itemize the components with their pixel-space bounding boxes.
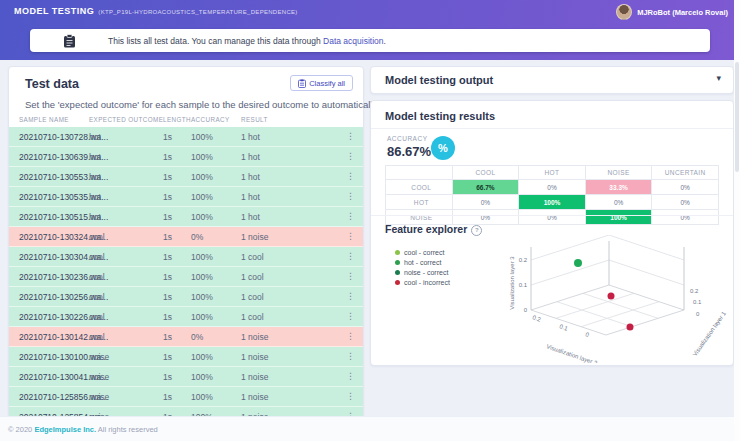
row-menu-icon[interactable]: ⋮ — [346, 371, 355, 381]
classify-all-button[interactable]: Classify all — [290, 75, 353, 91]
matrix-cell: 0% — [452, 195, 519, 210]
row-menu-icon[interactable]: ⋮ — [346, 171, 355, 181]
scatter-point[interactable] — [627, 324, 634, 331]
divider — [371, 128, 733, 129]
legend-label: noise - correct — [404, 269, 448, 276]
table-header-row: SAMPLE NAMEEXPECTED OUTCOMELENGTHACCURAC… — [9, 113, 363, 127]
cell-expected-outcome: cool — [89, 312, 105, 322]
matrix-body: COOL66.7%0%33.3%0%HOT0%100%0%0%NOISE0%0%… — [386, 180, 719, 225]
z-tick: 0.2 — [519, 257, 528, 263]
cell-length: 1s — [163, 392, 172, 402]
legend-dot-icon — [395, 280, 400, 285]
matrix-cell: 0% — [652, 195, 719, 210]
legend-dot-icon — [395, 250, 400, 255]
row-menu-icon[interactable]: ⋮ — [346, 351, 355, 361]
scrollbar-thumb[interactable] — [735, 62, 739, 172]
classify-all-label: Classify all — [309, 79, 345, 88]
table-row[interactable]: 20210710-130304.wa...cool1s100%1 cool⋮ — [9, 247, 363, 267]
cell-accuracy: 100% — [191, 252, 213, 262]
legend-item[interactable]: hot - correct — [395, 257, 450, 267]
matrix-cell: 66.7% — [452, 180, 519, 195]
table-row[interactable]: 20210710-130553.wa...hot1s100%1 hot⋮ — [9, 167, 363, 187]
plot-axes — [531, 241, 684, 335]
row-menu-icon[interactable]: ⋮ — [346, 291, 355, 301]
row-menu-icon[interactable]: ⋮ — [346, 211, 355, 221]
percent-badge-icon: % — [431, 136, 455, 160]
row-menu-icon[interactable]: ⋮ — [346, 331, 355, 341]
company-link[interactable]: EdgeImpulse Inc. — [34, 425, 96, 434]
cell-result: 1 cool — [241, 312, 264, 322]
row-menu-icon[interactable]: ⋮ — [346, 311, 355, 321]
cell-length: 1s — [163, 312, 172, 322]
column-header: RESULT — [241, 116, 268, 123]
scatter-point[interactable] — [608, 293, 615, 300]
table-row[interactable]: 20210710-130639.wa...hot1s100%1 hot⋮ — [9, 147, 363, 167]
row-menu-icon[interactable]: ⋮ — [346, 131, 355, 141]
table-row[interactable]: 20210710-130041.wa...noise1s100%1 noise⋮ — [9, 367, 363, 387]
user-menu[interactable]: MJRoBot (Marcelo Rovai) — [616, 4, 728, 20]
scatter-point[interactable] — [574, 259, 582, 267]
legend-item[interactable]: noise - correct — [395, 267, 450, 277]
results-title: Model testing results — [385, 110, 495, 122]
banner-suffix: . — [384, 36, 386, 46]
feature-explorer-title: Feature explorer? — [385, 223, 482, 236]
matrix-cell: 100% — [519, 195, 586, 210]
row-menu-icon[interactable]: ⋮ — [346, 251, 355, 261]
info-banner: This lists all test data. You can manage… — [30, 29, 710, 52]
cell-accuracy: 100% — [191, 312, 213, 322]
table-row[interactable]: 20210710-130515.wa...hot1s100%1 hot⋮ — [9, 207, 363, 227]
cell-accuracy: 100% — [191, 272, 213, 282]
model-testing-output-card[interactable]: Model testing output ▾ — [370, 66, 734, 94]
cell-result: 1 noise — [241, 352, 268, 362]
table-row[interactable]: 20210710-130324.wa...cool1s0%1 noise⋮ — [9, 227, 363, 247]
matrix-cell: 0% — [652, 210, 719, 225]
x-tick: 0 — [585, 331, 591, 338]
legend-label: hot - correct — [404, 259, 441, 266]
matrix-header-row: COOLHOTNOISEUNCERTAIN — [386, 166, 719, 180]
row-menu-icon[interactable]: ⋮ — [346, 151, 355, 161]
cell-accuracy: 0% — [191, 232, 203, 242]
feature-explorer-plot[interactable]: 0.2 0.1 0 Visualization layer 3 0.2 0.1 … — [501, 235, 731, 363]
table-row[interactable]: 20210710-130236.wa...cool1s100%1 cool⋮ — [9, 267, 363, 287]
x-tick: 0.2 — [532, 314, 542, 323]
page-title-label: MODEL TESTING — [14, 6, 94, 16]
matrix-row: COOL66.7%0%33.3%0% — [386, 180, 719, 195]
row-menu-icon[interactable]: ⋮ — [346, 271, 355, 281]
cell-result: 1 noise — [241, 232, 268, 242]
column-header: EXPECTED OUTCOME — [89, 116, 163, 123]
table-row[interactable]: 20210710-130226.wa...cool1s100%1 cool⋮ — [9, 307, 363, 327]
table-row[interactable]: 20210710-130535.wa...hot1s100%1 hot⋮ — [9, 187, 363, 207]
test-data-title: Test data — [25, 77, 79, 91]
cell-result: 1 hot — [241, 212, 260, 222]
matrix-cell: 0% — [585, 195, 652, 210]
data-acquisition-link[interactable]: Data acquisition — [323, 36, 383, 46]
footer-text: © 2020 EdgeImpulse Inc. All rights reser… — [8, 425, 158, 434]
cell-accuracy: 0% — [191, 332, 203, 342]
legend-item[interactable]: cool - correct — [395, 247, 450, 257]
footer: © 2020 EdgeImpulse Inc. All rights reser… — [0, 416, 740, 441]
table-row[interactable]: 20210710-130256.wa...cool1s100%1 cool⋮ — [9, 287, 363, 307]
chevron-down-icon[interactable]: ▾ — [716, 73, 721, 83]
table-row[interactable]: 20210710-130142.wa...cool1s0%1 noise⋮ — [9, 327, 363, 347]
clipboard-icon — [63, 34, 76, 48]
table-row[interactable]: 20210710-130728.wa...hot1s100%1 hot⋮ — [9, 127, 363, 147]
cell-result: 1 hot — [241, 172, 260, 182]
table-row[interactable]: 20210710-125856.wa...noise1s100%1 noise⋮ — [9, 387, 363, 407]
matrix-cell: 0% — [519, 210, 586, 225]
y-tick: 0.2 — [690, 288, 699, 294]
cell-result: 1 cool — [241, 252, 264, 262]
avatar[interactable] — [616, 4, 632, 20]
scrollbar-track[interactable] — [734, 0, 740, 441]
info-icon[interactable]: ? — [471, 225, 482, 236]
cell-length: 1s — [163, 292, 172, 302]
cell-length: 1s — [163, 152, 172, 162]
legend-item[interactable]: cool - incorrect — [395, 277, 450, 287]
y-tick: 0.1 — [693, 299, 702, 305]
matrix-cell: 0% — [652, 180, 719, 195]
row-menu-icon[interactable]: ⋮ — [346, 231, 355, 241]
confusion-matrix: COOLHOTNOISEUNCERTAIN COOL66.7%0%33.3%0%… — [385, 165, 719, 225]
table-row[interactable]: 20210710-130100.wa...noise1s100%1 noise⋮ — [9, 347, 363, 367]
row-menu-icon[interactable]: ⋮ — [346, 391, 355, 401]
accuracy-label: ACCURACY — [387, 135, 427, 142]
row-menu-icon[interactable]: ⋮ — [346, 191, 355, 201]
